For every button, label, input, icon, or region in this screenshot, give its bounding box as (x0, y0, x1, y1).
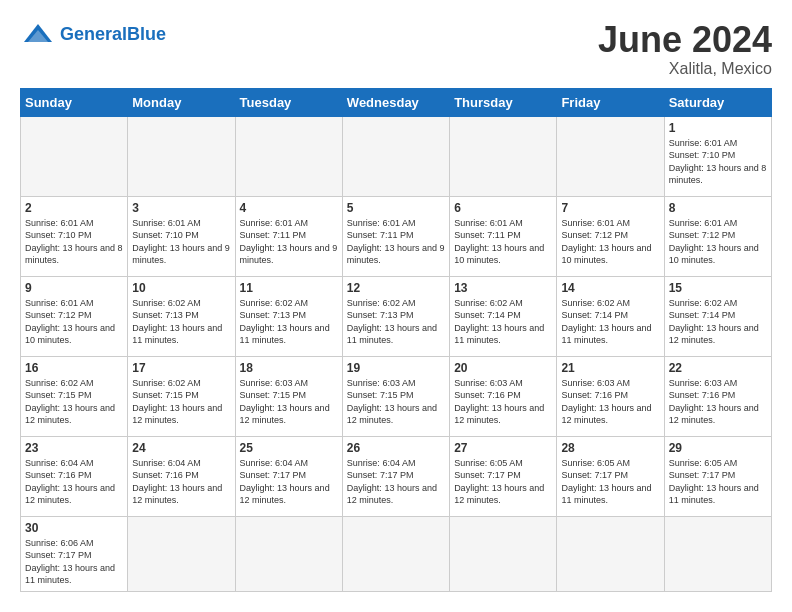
empty-cell (128, 116, 235, 196)
header-wednesday: Wednesday (342, 88, 449, 116)
calendar-row-5: 23 Sunrise: 6:04 AMSunset: 7:16 PMDaylig… (21, 436, 772, 516)
empty-cell (557, 116, 664, 196)
day-6: 6 Sunrise: 6:01 AMSunset: 7:11 PMDayligh… (450, 196, 557, 276)
day-1: 1 Sunrise: 6:01 AM Sunset: 7:10 PM Dayli… (664, 116, 771, 196)
empty-cell (450, 516, 557, 591)
header-sunday: Sunday (21, 88, 128, 116)
calendar-row-2: 2 Sunrise: 6:01 AMSunset: 7:10 PMDayligh… (21, 196, 772, 276)
day-28: 28 Sunrise: 6:05 AMSunset: 7:17 PMDaylig… (557, 436, 664, 516)
logo-text: GeneralBlue (60, 24, 166, 45)
page-header: GeneralBlue June 2024 Xalitla, Mexico (20, 20, 772, 78)
location-title: Xalitla, Mexico (598, 60, 772, 78)
empty-cell (235, 516, 342, 591)
day-26: 26 Sunrise: 6:04 AMSunset: 7:17 PMDaylig… (342, 436, 449, 516)
header-saturday: Saturday (664, 88, 771, 116)
day-11: 11 Sunrise: 6:02 AMSunset: 7:13 PMDaylig… (235, 276, 342, 356)
header-monday: Monday (128, 88, 235, 116)
day-18: 18 Sunrise: 6:03 AMSunset: 7:15 PMDaylig… (235, 356, 342, 436)
weekday-header-row: Sunday Monday Tuesday Wednesday Thursday… (21, 88, 772, 116)
day-27: 27 Sunrise: 6:05 AMSunset: 7:17 PMDaylig… (450, 436, 557, 516)
day-4: 4 Sunrise: 6:01 AMSunset: 7:11 PMDayligh… (235, 196, 342, 276)
day-10: 10 Sunrise: 6:02 AMSunset: 7:13 PMDaylig… (128, 276, 235, 356)
day-17: 17 Sunrise: 6:02 AMSunset: 7:15 PMDaylig… (128, 356, 235, 436)
calendar-row-4: 16 Sunrise: 6:02 AMSunset: 7:15 PMDaylig… (21, 356, 772, 436)
calendar: Sunday Monday Tuesday Wednesday Thursday… (20, 88, 772, 592)
day-15: 15 Sunrise: 6:02 AMSunset: 7:14 PMDaylig… (664, 276, 771, 356)
logo-icon (20, 20, 56, 48)
month-title: June 2024 (598, 20, 772, 60)
empty-cell (128, 516, 235, 591)
empty-cell (342, 116, 449, 196)
logo: GeneralBlue (20, 20, 166, 48)
header-tuesday: Tuesday (235, 88, 342, 116)
empty-cell (235, 116, 342, 196)
header-thursday: Thursday (450, 88, 557, 116)
empty-cell (21, 116, 128, 196)
calendar-row-6: 30 Sunrise: 6:06 AMSunset: 7:17 PMDaylig… (21, 516, 772, 591)
day-3: 3 Sunrise: 6:01 AMSunset: 7:10 PMDayligh… (128, 196, 235, 276)
day-22: 22 Sunrise: 6:03 AMSunset: 7:16 PMDaylig… (664, 356, 771, 436)
calendar-row-1: 1 Sunrise: 6:01 AM Sunset: 7:10 PM Dayli… (21, 116, 772, 196)
title-section: June 2024 Xalitla, Mexico (598, 20, 772, 78)
day-24: 24 Sunrise: 6:04 AMSunset: 7:16 PMDaylig… (128, 436, 235, 516)
empty-cell (557, 516, 664, 591)
day-30: 30 Sunrise: 6:06 AMSunset: 7:17 PMDaylig… (21, 516, 128, 591)
day-19: 19 Sunrise: 6:03 AMSunset: 7:15 PMDaylig… (342, 356, 449, 436)
day-14: 14 Sunrise: 6:02 AMSunset: 7:14 PMDaylig… (557, 276, 664, 356)
day-23: 23 Sunrise: 6:04 AMSunset: 7:16 PMDaylig… (21, 436, 128, 516)
calendar-row-3: 9 Sunrise: 6:01 AMSunset: 7:12 PMDayligh… (21, 276, 772, 356)
empty-cell (450, 116, 557, 196)
day-29: 29 Sunrise: 6:05 AMSunset: 7:17 PMDaylig… (664, 436, 771, 516)
day-20: 20 Sunrise: 6:03 AMSunset: 7:16 PMDaylig… (450, 356, 557, 436)
empty-cell (664, 516, 771, 591)
day-5: 5 Sunrise: 6:01 AMSunset: 7:11 PMDayligh… (342, 196, 449, 276)
day-12: 12 Sunrise: 6:02 AMSunset: 7:13 PMDaylig… (342, 276, 449, 356)
day-2: 2 Sunrise: 6:01 AMSunset: 7:10 PMDayligh… (21, 196, 128, 276)
day-25: 25 Sunrise: 6:04 AMSunset: 7:17 PMDaylig… (235, 436, 342, 516)
day-8: 8 Sunrise: 6:01 AMSunset: 7:12 PMDayligh… (664, 196, 771, 276)
header-friday: Friday (557, 88, 664, 116)
day-7: 7 Sunrise: 6:01 AMSunset: 7:12 PMDayligh… (557, 196, 664, 276)
day-16: 16 Sunrise: 6:02 AMSunset: 7:15 PMDaylig… (21, 356, 128, 436)
day-9: 9 Sunrise: 6:01 AMSunset: 7:12 PMDayligh… (21, 276, 128, 356)
empty-cell (342, 516, 449, 591)
day-21: 21 Sunrise: 6:03 AMSunset: 7:16 PMDaylig… (557, 356, 664, 436)
day-13: 13 Sunrise: 6:02 AMSunset: 7:14 PMDaylig… (450, 276, 557, 356)
